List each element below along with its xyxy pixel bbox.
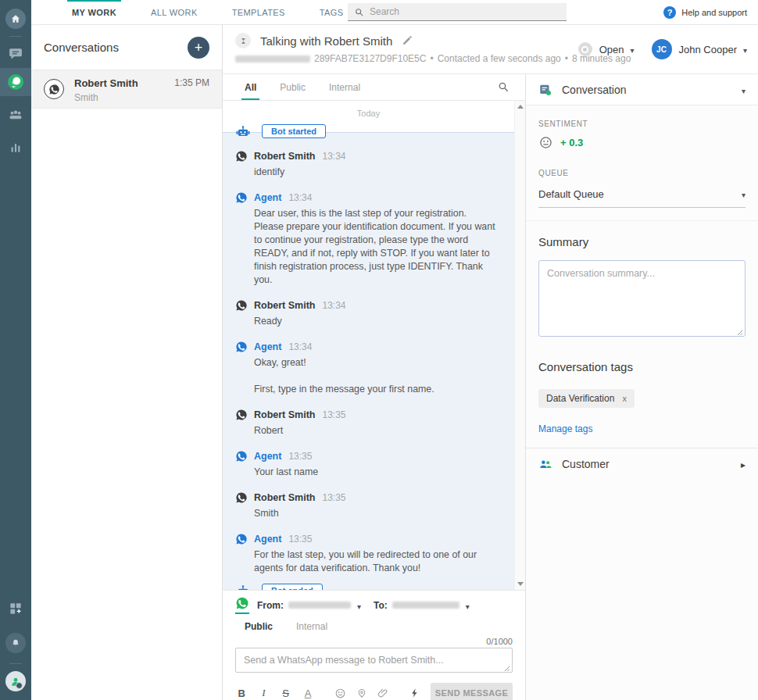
conversation-section-header[interactable]: Conversation (526, 74, 758, 105)
home-icon (5, 9, 26, 29)
apps-icon (8, 601, 23, 616)
meta-separator: • (565, 53, 568, 64)
profile-avatar (5, 671, 26, 691)
status-dropdown[interactable] (630, 42, 634, 56)
chat-scrollbar[interactable] (514, 101, 525, 590)
help-and-support[interactable]: ? Help and support (663, 0, 747, 25)
customer-section-header[interactable]: Customer (526, 448, 758, 480)
tab-all-work[interactable]: ALL WORK (134, 0, 215, 25)
message-text: Dear user, this is the last step of your… (254, 207, 497, 287)
sentiment-value: + 0.3 (560, 137, 583, 148)
redacted-id-prefix (235, 55, 310, 62)
tab-all-messages[interactable]: All (245, 74, 256, 100)
status-open-icon (578, 42, 592, 56)
message-text: Smith (254, 507, 497, 520)
whatsapp-icon (235, 533, 248, 545)
whatsapp-channel-tab[interactable] (235, 596, 249, 614)
sidebar-item-analytics[interactable] (0, 134, 31, 162)
conversation-item-time: 1:35 PM (174, 77, 209, 88)
message-input[interactable] (235, 648, 513, 673)
tab-compose-internal[interactable]: Internal (296, 621, 327, 632)
conversation-list-item[interactable]: Robert Smith Smith 1:35 PM (31, 70, 222, 109)
edit-title-icon[interactable] (402, 35, 413, 46)
tag-label: Data Verification (546, 393, 614, 404)
tab-compose-public[interactable]: Public (245, 621, 273, 632)
quick-replies-icon[interactable] (409, 688, 420, 698)
location-icon[interactable] (356, 688, 367, 698)
message-sender: Agent (254, 192, 281, 203)
chats-icon (8, 46, 23, 62)
message-sender: Robert Smith (254, 492, 315, 503)
bold-icon[interactable]: B (235, 688, 248, 699)
sidebar-item-conversations[interactable] (0, 68, 31, 96)
add-conversation-button[interactable]: + (188, 37, 209, 59)
sidebar-item-notifications[interactable] (0, 629, 31, 657)
whatsapp-icon (235, 450, 248, 462)
teams-icon (8, 107, 23, 123)
conversations-icon (6, 73, 25, 91)
tab-templates[interactable]: TEMPLATES (215, 0, 302, 25)
sidebar-item-chats[interactable] (0, 40, 31, 68)
message-time: 13:35 (322, 409, 345, 420)
manage-tags-link[interactable]: Manage tags (538, 423, 592, 434)
message-text: For the last step, you will be redirecte… (254, 548, 497, 575)
redacted-to-number (392, 602, 459, 609)
conversation-id: 289FAB7E3127D9F10E5C (314, 53, 426, 64)
agent-dropdown[interactable] (743, 42, 747, 56)
emoji-icon[interactable] (334, 688, 346, 699)
message-time: 13:35 (288, 451, 312, 462)
message-sender: Robert Smith (254, 151, 315, 162)
date-divider: Today (223, 101, 514, 122)
conversation-item-text: Robert Smith Smith (74, 76, 174, 103)
collapse-section-icon[interactable] (742, 83, 745, 97)
sidebar-item-apps[interactable] (0, 595, 31, 623)
whatsapp-icon (235, 150, 248, 162)
underline-icon[interactable]: A (302, 688, 314, 699)
char-counter: 0/1000 (235, 637, 513, 646)
robot-icon (235, 124, 251, 140)
message-text: Robert (254, 424, 497, 438)
status-label: Open (599, 44, 624, 55)
remove-tag-icon[interactable]: x (622, 394, 627, 403)
expand-section-icon[interactable] (741, 457, 745, 471)
tag-chip: Data Verification x (538, 389, 635, 408)
strikethrough-icon[interactable]: S (280, 688, 292, 699)
message-sender: Agent (254, 341, 281, 352)
message-history[interactable]: Today Bot started Robert Smith13:34 iden… (223, 101, 514, 590)
from-label: From: (257, 600, 284, 611)
sidebar-item-teams[interactable] (0, 101, 31, 129)
meta-separator: • (430, 53, 433, 64)
message-time: 13:34 (288, 192, 312, 203)
help-label: Help and support (681, 8, 747, 17)
conversation-title: Talking with Robert Smith (260, 34, 392, 48)
queue-select[interactable]: Default Queue (538, 187, 745, 208)
from-dropdown[interactable] (357, 598, 361, 612)
resize-handle[interactable] (737, 330, 743, 336)
customer-icon (538, 457, 552, 471)
message-text: Okay, great! First, type in the message … (254, 356, 497, 396)
scroll-up-icon[interactable] (517, 105, 524, 109)
tab-internal-messages[interactable]: Internal (329, 74, 360, 100)
search-input[interactable] (370, 6, 560, 17)
scroll-down-icon[interactable] (517, 582, 524, 586)
whatsapp-icon (235, 191, 248, 204)
bot-section: Robert Smith13:34 identify Agent13:34 De… (223, 142, 514, 581)
search-icon (354, 7, 364, 17)
to-dropdown[interactable] (466, 598, 470, 612)
attachment-icon[interactable] (377, 688, 388, 698)
sidebar-item-profile[interactable] (0, 667, 31, 695)
conversation-section-icon (538, 83, 552, 97)
sidebar-item-home[interactable] (0, 5, 31, 33)
help-icon: ? (663, 6, 676, 19)
tab-public-messages[interactable]: Public (280, 74, 306, 100)
send-message-button[interactable]: SEND MESSAGE (431, 683, 513, 700)
sentiment-block: SENTIMENT + 0.3 (526, 105, 758, 150)
summary-input[interactable] (538, 260, 745, 337)
bot-ended-divider: Bot ended (223, 581, 514, 590)
message-time: 13:34 (288, 341, 312, 352)
tab-my-work[interactable]: MY WORK (55, 0, 134, 25)
search-messages-icon[interactable] (497, 80, 510, 93)
resize-handle[interactable] (504, 666, 510, 672)
analytics-icon (8, 140, 23, 155)
italic-icon[interactable]: I (257, 687, 270, 699)
